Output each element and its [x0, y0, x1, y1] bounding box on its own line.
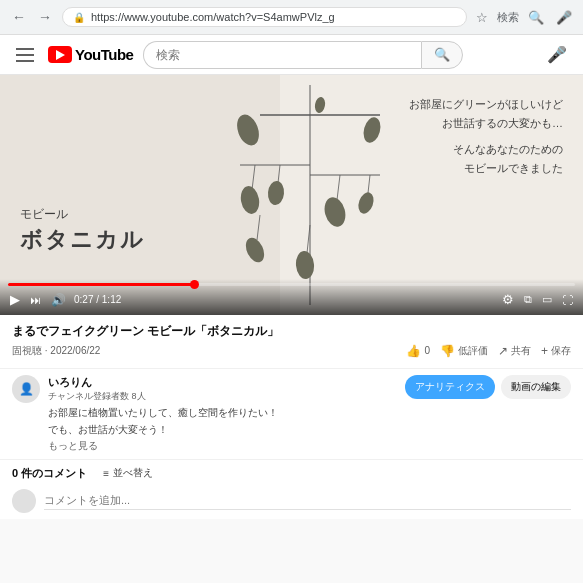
- theater-icon: ▭: [542, 293, 552, 306]
- browser-chrome: ← → 🔒 https://www.youtube.com/watch?v=S4…: [0, 0, 583, 35]
- edit-video-button[interactable]: 動画の編集: [501, 375, 571, 399]
- time-total: 1:12: [102, 294, 121, 305]
- title-small: モビール: [20, 206, 145, 223]
- play-button[interactable]: ▶: [8, 290, 22, 309]
- overlay-line3: そんなあなたのための: [409, 140, 563, 159]
- channel-avatar[interactable]: 👤: [12, 375, 40, 403]
- youtube-content: お部屋にグリーンがほしいけど お世話するの大変かも… そんなあなたのための モビ…: [0, 75, 583, 519]
- share-icon: ↗: [498, 344, 508, 358]
- dislike-button[interactable]: 👎 低評価: [440, 344, 488, 358]
- avatar-initial: 👤: [19, 382, 34, 396]
- youtube-logo-icon: [48, 46, 72, 63]
- like-button[interactable]: 👍 0: [406, 344, 430, 358]
- nav-buttons: ← →: [8, 6, 56, 28]
- browser-search-button[interactable]: 🔍: [525, 7, 547, 28]
- comments-count: 0 件のコメント: [12, 466, 87, 481]
- header-right-icons: 🎤: [543, 41, 571, 68]
- channel-desc-line2: でも、お世話が大変そう！: [48, 423, 397, 437]
- youtube-logo[interactable]: YouTube: [48, 46, 133, 63]
- video-info: まるでフェイクグリーン モビール「ボタニカル」 固視聴 · 2022/06/22…: [0, 315, 583, 368]
- microphone-icon[interactable]: 🎤: [553, 7, 575, 28]
- settings-icon: ⚙: [502, 292, 514, 307]
- controls-row: ▶ ⏭ 🔊 0:27 / 1:12 ⚙: [8, 290, 575, 309]
- channel-name[interactable]: いろりん: [48, 375, 397, 390]
- search-icon: 🔍: [434, 47, 450, 62]
- video-title-overlay: モビール ボタニカル: [20, 206, 145, 255]
- like-count: 0: [424, 345, 430, 356]
- channel-info: いろりん チャンネル登録者数 8人 お部屋に植物置いたりして、癒し空間を作りたい…: [48, 375, 397, 453]
- progress-bar[interactable]: [8, 283, 575, 286]
- play-icon: ▶: [10, 292, 20, 307]
- skip-button[interactable]: ⏭: [28, 292, 43, 308]
- search-input[interactable]: [143, 41, 421, 69]
- youtube-logo-text: YouTube: [75, 46, 133, 63]
- url-display: https://www.youtube.com/watch?v=S4amwPVl…: [91, 11, 456, 23]
- channel-more-button[interactable]: もっと見る: [48, 439, 397, 453]
- save-icon: +: [541, 344, 548, 358]
- volume-button[interactable]: 🔊: [49, 291, 68, 309]
- sort-button[interactable]: ≡ 並べ替え: [103, 466, 153, 480]
- browser-right-icons: ☆ 検索 🔍 🎤: [473, 7, 575, 28]
- overlay-line1: お部屋にグリーンがほしいけど: [409, 95, 563, 114]
- comments-section: 0 件のコメント ≡ 並べ替え: [0, 459, 583, 519]
- dislike-icon: 👎: [440, 344, 455, 358]
- comment-input[interactable]: [44, 491, 571, 510]
- share-button[interactable]: ↗ 共有: [498, 344, 531, 358]
- overlay-line2: お世話するの大変かも…: [409, 114, 563, 133]
- sort-icon: ≡: [103, 468, 109, 479]
- hamburger-menu[interactable]: [12, 44, 38, 66]
- channel-buttons: アナリティクス 動画の編集: [405, 375, 571, 399]
- mic-button[interactable]: 🎤: [543, 41, 571, 68]
- pip-button[interactable]: ⧉: [522, 291, 534, 308]
- search-button[interactable]: 🔍: [421, 41, 463, 69]
- save-button[interactable]: + 保存: [541, 344, 571, 358]
- analytics-button[interactable]: アナリティクス: [405, 375, 495, 399]
- progress-fill: [8, 283, 195, 286]
- back-button[interactable]: ←: [8, 6, 30, 28]
- right-controls: ⚙ ⧉ ▭ ⛶: [500, 290, 575, 309]
- share-label: 共有: [511, 344, 531, 358]
- search-label: 検索: [497, 10, 519, 25]
- settings-button[interactable]: ⚙: [500, 290, 516, 309]
- bookmark-icon[interactable]: ☆: [473, 7, 491, 28]
- video-controls: ▶ ⏭ 🔊 0:27 / 1:12 ⚙: [0, 279, 583, 315]
- youtube-header: YouTube 🔍 🎤: [0, 35, 583, 75]
- channel-desc-line1: お部屋に植物置いたりして、癒し空間を作りたい！: [48, 406, 397, 420]
- channel-section: 👤 いろりん チャンネル登録者数 8人 お部屋に植物置いたりして、癒し空間を作り…: [0, 368, 583, 459]
- lock-icon: 🔒: [73, 12, 85, 23]
- channel-subs: チャンネル登録者数 8人: [48, 390, 397, 403]
- address-bar-icons: 🔒: [73, 12, 85, 23]
- comment-input-row: [12, 489, 571, 513]
- save-label: 保存: [551, 344, 571, 358]
- title-big: ボタニカル: [20, 225, 145, 255]
- time-display: 0:27 / 1:12: [74, 294, 121, 305]
- overlay-line4: モビールできました: [409, 159, 563, 178]
- theater-button[interactable]: ▭: [540, 291, 554, 308]
- hamburger-line: [16, 54, 34, 56]
- fullscreen-icon: ⛶: [562, 294, 573, 306]
- dislike-label: 低評価: [458, 344, 488, 358]
- header-left: YouTube: [12, 44, 133, 66]
- forward-button[interactable]: →: [34, 6, 56, 28]
- pip-icon: ⧉: [524, 293, 532, 306]
- volume-icon: 🔊: [51, 293, 66, 307]
- hamburger-line: [16, 48, 34, 50]
- fullscreen-button[interactable]: ⛶: [560, 292, 575, 308]
- video-title: まるでフェイクグリーン モビール「ボタニカル」: [12, 323, 571, 340]
- browser-top-bar: ← → 🔒 https://www.youtube.com/watch?v=S4…: [0, 0, 583, 34]
- video-meta-left: 固視聴 · 2022/06/22: [12, 344, 100, 358]
- video-actions: 👍 0 👎 低評価 ↗ 共有 + 保存: [406, 344, 571, 358]
- hamburger-line: [16, 60, 34, 62]
- video-text-overlay: お部屋にグリーンがほしいけど お世話するの大変かも… そんなあなたのための モビ…: [409, 95, 563, 178]
- comment-user-avatar: [12, 489, 36, 513]
- video-meta-row: 固視聴 · 2022/06/22 👍 0 👎 低評価 ↗ 共有 + 保存: [12, 344, 571, 358]
- video-player: お部屋にグリーンがほしいけど お世話するの大変かも… そんなあなたのための モビ…: [0, 75, 583, 315]
- search-bar: 🔍: [143, 41, 463, 69]
- address-bar[interactable]: 🔒 https://www.youtube.com/watch?v=S4amwP…: [62, 7, 467, 27]
- skip-icon: ⏭: [30, 294, 41, 306]
- comments-header: 0 件のコメント ≡ 並べ替え: [12, 466, 571, 481]
- like-icon: 👍: [406, 344, 421, 358]
- time-current: 0:27: [74, 294, 93, 305]
- sort-label: 並べ替え: [113, 466, 153, 480]
